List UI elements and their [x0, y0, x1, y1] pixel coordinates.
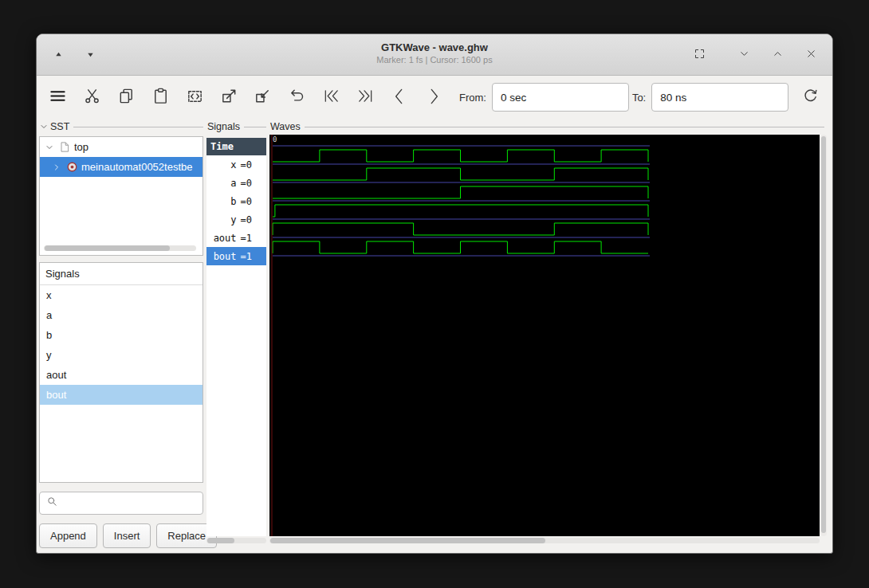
list-item-selected[interactable]: bout — [40, 385, 203, 405]
values-hscrollbar[interactable] — [206, 538, 266, 543]
pane-down-button[interactable] — [80, 45, 100, 65]
signal-name: x — [230, 159, 236, 171]
value-row[interactable]: aout=1 — [206, 229, 266, 247]
titlebar[interactable]: GTKWave - wave.ghw Marker: 1 fs | Cursor… — [37, 34, 832, 76]
go-to-end-button[interactable] — [353, 84, 377, 111]
search-icon — [46, 496, 58, 511]
list-item[interactable]: x — [40, 285, 203, 305]
tree-hscrollbar[interactable] — [44, 245, 196, 251]
menu-button[interactable] — [46, 84, 70, 111]
close-icon — [805, 48, 817, 62]
waves-panel-label: Waves — [270, 121, 301, 132]
window-unshade-button[interactable] — [767, 45, 788, 65]
time-header: Time — [206, 138, 266, 155]
copy-icon — [117, 87, 136, 108]
zoom-out-icon — [254, 87, 272, 108]
undo-button[interactable] — [285, 84, 309, 111]
waves-hscrollbar-thumb[interactable] — [270, 538, 545, 543]
signal-name: bout — [214, 251, 237, 262]
skip-to-start-icon — [322, 87, 340, 108]
zoom-in-icon — [220, 87, 238, 108]
list-item[interactable]: aout — [40, 365, 203, 385]
expander-down-icon[interactable] — [45, 143, 54, 152]
wave-canvas[interactable]: 0 — [269, 135, 820, 536]
sst-frame-label: SST — [39, 120, 203, 133]
window-shade-button[interactable] — [733, 45, 754, 65]
signals-list-header: Signals — [40, 263, 203, 285]
zoom-out-button[interactable] — [251, 84, 275, 111]
tree-hscrollbar-thumb[interactable] — [45, 245, 170, 251]
search-input[interactable] — [58, 492, 208, 514]
scissors-icon — [83, 87, 101, 108]
to-input[interactable] — [651, 83, 788, 112]
append-button[interactable]: Append — [39, 523, 97, 548]
sst-splitter[interactable] — [203, 135, 206, 544]
reload-icon — [801, 87, 820, 108]
chevron-up-icon — [772, 48, 784, 62]
paste-button[interactable] — [148, 84, 172, 111]
zoom-in-button[interactable] — [217, 84, 241, 111]
go-to-start-button[interactable] — [320, 84, 344, 111]
value-row[interactable]: x=0 — [206, 155, 266, 174]
gtkwave-window: GTKWave - wave.ghw Marker: 1 fs | Cursor… — [36, 33, 833, 554]
signal-name: b — [230, 196, 236, 207]
list-item[interactable]: y — [40, 345, 203, 365]
chevron-down-icon — [738, 48, 750, 62]
tree-item-label: meinautomat0052testbe — [81, 161, 203, 173]
values-panel: Time x=0 a=0 b=0 y=0 aout=1 bout=1 — [206, 138, 266, 536]
clipboard-icon — [151, 87, 170, 108]
file-icon — [59, 141, 71, 153]
sst-tree: top meinautomat0052testbe — [39, 136, 203, 256]
signals-panel-label: Signals — [207, 121, 240, 132]
chevron-left-icon — [389, 86, 410, 109]
close-button[interactable] — [800, 45, 821, 65]
insert-button[interactable]: Insert — [103, 523, 151, 548]
values-hscrollbar-thumb[interactable] — [207, 538, 234, 543]
zoom-fit-icon — [186, 87, 204, 108]
signal-name: y — [230, 214, 236, 225]
signals-list: Signals x a b y aout bout — [39, 262, 203, 483]
from-input[interactable] — [492, 83, 629, 112]
tile-window-button[interactable] — [689, 45, 710, 65]
signal-value: =1 — [241, 251, 252, 262]
pane-up-button[interactable] — [48, 45, 69, 65]
waves-frame-label: Waves — [270, 120, 824, 133]
corner-brackets-icon — [694, 48, 706, 62]
signal-value: =0 — [241, 178, 252, 189]
prev-edge-button[interactable] — [387, 84, 411, 111]
from-label: From: — [459, 92, 486, 104]
svg-text:0: 0 — [273, 135, 277, 143]
copy-button[interactable] — [115, 84, 139, 111]
cut-button[interactable] — [81, 84, 104, 111]
tree-item-label: top — [74, 141, 88, 153]
signal-value: =0 — [241, 196, 252, 207]
next-edge-button[interactable] — [422, 84, 446, 111]
hamburger-icon — [49, 87, 67, 108]
list-item[interactable]: b — [40, 325, 203, 345]
undo-icon — [288, 87, 306, 108]
reload-button[interactable] — [798, 84, 822, 111]
value-row-selected[interactable]: bout=1 — [206, 247, 266, 265]
module-icon — [66, 161, 78, 173]
tree-item-top[interactable]: top — [40, 137, 203, 157]
tree-item-testbench[interactable]: meinautomat0052testbe — [40, 157, 203, 177]
signal-name: aout — [214, 233, 237, 244]
waves-vscrollbar[interactable] — [820, 135, 827, 536]
triangle-up-icon — [54, 49, 63, 61]
value-row[interactable]: b=0 — [206, 192, 266, 210]
zoom-fit-button[interactable] — [183, 84, 206, 111]
sst-label: SST — [50, 121, 69, 132]
list-item[interactable]: a — [40, 305, 203, 325]
to-label: To: — [632, 92, 646, 104]
toolbar: From: To: — [37, 76, 832, 119]
expander-down-icon[interactable] — [39, 122, 49, 131]
value-row[interactable]: y=0 — [206, 210, 266, 229]
waves-vscrollbar-thumb[interactable] — [821, 136, 826, 533]
signal-search — [39, 492, 203, 515]
signal-value: =0 — [241, 159, 252, 171]
triangle-down-icon — [86, 49, 95, 61]
signal-value: =1 — [241, 233, 252, 244]
value-row[interactable]: a=0 — [206, 174, 266, 192]
expander-right-icon[interactable] — [52, 163, 61, 172]
waves-hscrollbar[interactable] — [269, 538, 820, 543]
